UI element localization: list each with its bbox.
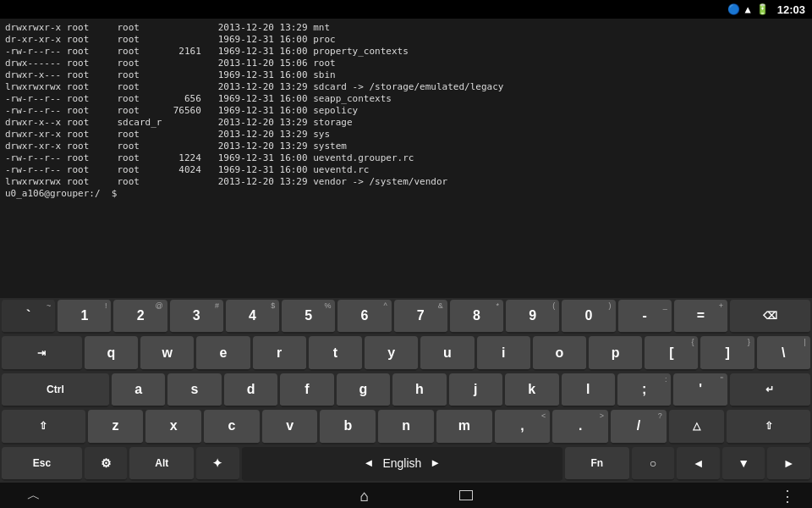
key-tilde[interactable]: ~` [2,300,55,334]
key-8[interactable]: *8 [450,300,503,334]
key-y[interactable]: y [365,336,418,370]
key-j[interactable]: j [449,373,502,407]
nav-home-button[interactable]: ⌂ [348,485,381,505]
key-circle[interactable]: ○ [632,447,675,481]
lang-right-icon[interactable]: ► [430,456,441,469]
nav-down-icon: ▼ [738,456,749,470]
key-3[interactable]: #3 [170,300,223,334]
keyboard: ~` !1 @2 #3 $4 %5 ^6 &7 *8 (9 )0 _- += ⌫… [0,298,812,483]
bluetooth-icon: 🔵 [727,3,740,15]
time-display: 12:03 [777,3,805,16]
nav-menu-button[interactable]: ⋮ [780,487,795,505]
term-line: -rw-r--r-- root root 2161 1969-12-31 16:… [5,46,807,58]
key-h[interactable]: h [392,373,446,407]
term-line: -rw-r--r-- root root 1224 1969-12-31 16:… [5,152,807,164]
key-4[interactable]: $4 [226,300,279,334]
key-nav-forward[interactable]: ► [767,447,810,481]
key-arrow-up[interactable]: △ [669,410,725,444]
key-m[interactable]: m [436,410,492,444]
circle-icon: ○ [650,456,656,470]
key-backspace[interactable]: ⌫ [730,300,810,334]
key-minus[interactable]: _- [618,300,672,334]
key-t[interactable]: t [309,336,362,370]
key-b[interactable]: b [320,410,376,444]
key-nav-back[interactable]: ◄ [677,447,720,481]
key-7[interactable]: &7 [394,300,447,334]
key-2[interactable]: @2 [113,300,167,334]
key-x[interactable]: x [145,410,201,444]
key-shift-left[interactable]: ⇧ [2,410,85,444]
key-enter[interactable]: ↵ [730,373,810,407]
key-k[interactable]: k [505,373,558,407]
key-comma[interactable]: <, [495,410,551,444]
key-fn[interactable]: Fn [565,447,629,481]
key-shift-right[interactable]: ⇧ [727,410,810,444]
key-lbracket[interactable]: {[ [645,336,698,370]
keyboard-row-asdf: Ctrl a s d f g h j k l :; "' ↵ [2,373,810,407]
key-a[interactable]: a [112,373,165,407]
key-w[interactable]: w [140,336,194,370]
key-period[interactable]: >. [552,410,608,444]
keyboard-row-zxcv: ⇧ z x c v b n m <, >. ?/ △ ⇧ [2,410,810,444]
key-g[interactable]: g [337,373,390,407]
key-ctrl[interactable]: Ctrl [2,373,109,407]
nav-forward-icon: ► [783,456,795,470]
key-1[interactable]: !1 [58,300,111,334]
keyboard-row-numbers: ~` !1 @2 #3 $4 %5 ^6 &7 *8 (9 )0 _- += ⌫ [2,300,810,334]
language-label: English [382,456,421,470]
terminal: drwxrwxr-x root root 2013-12-20 13:29 mn… [0,19,812,298]
key-v[interactable]: v [262,410,318,444]
key-backslash[interactable]: |\ [757,336,810,370]
key-5[interactable]: %5 [282,300,335,334]
nav-back-icon: ◄ [693,456,705,470]
key-l[interactable]: l [562,373,615,407]
key-settings[interactable]: ⚙ [85,447,128,481]
key-q[interactable]: q [85,336,138,370]
key-rbracket[interactable]: }] [700,336,754,370]
home-icon: ⌂ [360,487,370,505]
key-c[interactable]: c [204,410,260,444]
nav-back-button[interactable]: ︿ [17,485,51,505]
key-d[interactable]: d [224,373,277,407]
key-semicolon[interactable]: :; [617,373,671,407]
key-f[interactable]: f [280,373,333,407]
key-tab[interactable]: ⇥ [2,336,82,370]
key-i[interactable]: i [477,336,530,370]
recent-icon [459,490,473,500]
key-n[interactable]: n [378,410,434,444]
key-quote[interactable]: "' [673,373,727,407]
term-line: drwxrwxr-x root root 2013-12-20 13:29 mn… [5,22,807,34]
key-e[interactable]: e [196,336,250,370]
key-9[interactable]: (9 [506,300,559,334]
key-6[interactable]: ^6 [337,300,391,334]
term-line: dr-xr-xr-x root root 1969-12-31 16:00 pr… [5,34,807,46]
wifi-icon: ▲ [745,3,751,15]
key-equals[interactable]: += [674,300,727,334]
term-line: lrwxrwxrwx root root 2013-12-20 13:29 sd… [5,81,807,93]
key-esc[interactable]: Esc [2,447,82,481]
lang-left-icon[interactable]: ◄ [364,456,375,469]
term-line: -rw-r--r-- root root 76560 1969-12-31 16… [5,105,807,117]
key-z[interactable]: z [88,410,144,444]
term-line: drwx------ root root 2013-11-20 15:06 ro… [5,58,807,69]
logo-icon: ✦ [212,456,222,470]
key-logo[interactable]: ✦ [196,447,239,481]
nav-recent-button[interactable] [449,485,483,505]
key-s[interactable]: s [167,373,221,407]
settings-icon: ⚙ [101,456,112,470]
key-alt[interactable]: Alt [129,447,194,481]
key-space[interactable]: ◄ English ► [242,447,562,481]
key-0[interactable]: )0 [562,300,615,334]
nav-back-chevron-icon: ︿ [27,487,41,505]
key-nav-down[interactable]: ▼ [722,447,765,481]
key-r[interactable]: r [253,336,306,370]
battery-icon: 🔋 [756,3,769,15]
key-o[interactable]: o [533,336,586,370]
term-line: -rw-r--r-- root root 656 1969-12-31 16:0… [5,93,807,105]
key-u[interactable]: u [420,336,474,370]
term-line: drwxr-xr-x root root 2013-12-20 13:29 sy… [5,141,807,152]
key-slash[interactable]: ?/ [611,410,667,444]
status-icons: 🔵 ▲ 🔋 12:03 [727,3,805,16]
nav-center: ⌂ [348,485,483,505]
key-p[interactable]: p [589,336,642,370]
